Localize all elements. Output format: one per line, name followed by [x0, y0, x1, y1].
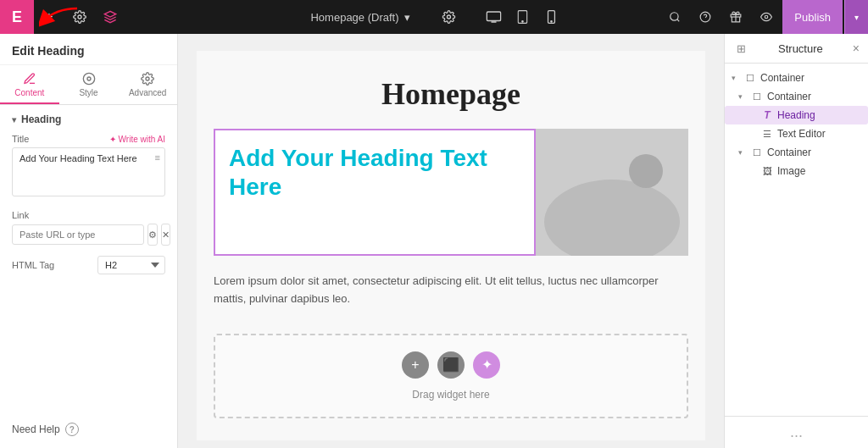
svg-marker-1 [104, 11, 115, 17]
left-panel: Edit Heading Content Style Advanced [0, 34, 178, 448]
settings-button[interactable] [64, 0, 95, 34]
add-folder-button[interactable]: ⬛ [437, 351, 465, 379]
drag-widget-area[interactable]: + ⬛ ✦ Drag widget here [214, 334, 688, 418]
topbar-center: Homepage (Draft) ▾ [303, 0, 564, 34]
tree-item-image[interactable]: 🖼 Image [725, 162, 868, 180]
html-tag-field-row: HTML Tag H2 H1 H3 H4 H5 H6 div span p [0, 252, 177, 281]
svg-point-17 [87, 77, 91, 80]
svg-line-10 [677, 19, 680, 22]
mobile-view-button[interactable] [539, 6, 565, 28]
add-element-button[interactable]: + [34, 0, 64, 34]
page-settings-button[interactable] [434, 0, 465, 34]
publish-button[interactable]: Publish [782, 0, 843, 34]
tree-item-container-2[interactable]: ▾ ☐ Container [725, 143, 868, 162]
publish-dropdown-button[interactable]: ▾ [844, 0, 868, 34]
link-input[interactable] [12, 224, 144, 245]
svg-rect-3 [487, 12, 501, 21]
svg-point-9 [670, 13, 678, 20]
panel-header: Edit Heading [0, 34, 177, 65]
title-label: Title ✦ Write with AI [12, 134, 165, 144]
topbar: E + Homepage [0, 0, 868, 34]
drag-widget-label: Drag widget here [412, 389, 489, 401]
heading-text: Add Your Heading Text Here [229, 144, 520, 201]
link-field-group: Link ⚙ ✕ [0, 207, 177, 252]
help-icon[interactable] [691, 0, 720, 34]
svg-point-6 [522, 21, 523, 22]
tree-item-container-root[interactable]: ▾ ☐ Container [725, 69, 868, 87]
add-widget-button[interactable]: + [402, 351, 429, 379]
structure-panel: ⊞ Structure × ▾ ☐ Container ▾ ☐ Containe… [724, 34, 868, 448]
lorem-text: Lorem ipsum dolor sit amet, consectetur … [197, 273, 705, 325]
heading-block[interactable]: Add Your Heading Text Here [214, 129, 536, 256]
link-settings-button[interactable]: ⚙ [147, 224, 158, 246]
html-tag-label: HTML Tag [12, 260, 54, 270]
image-placeholder [536, 129, 688, 256]
heading-section-title: Heading [0, 105, 177, 130]
link-clear-button[interactable]: ✕ [161, 224, 170, 246]
elementor-logo[interactable]: E [0, 0, 34, 34]
link-input-row: ⚙ ✕ [12, 224, 165, 246]
gift-icon[interactable] [721, 0, 750, 34]
responsive-controls [481, 6, 565, 28]
canvas-page: Homepage Add Your Heading Text Here Lore… [197, 51, 705, 440]
textarea-icon: ≡ [155, 152, 160, 163]
topbar-left: E + [0, 0, 125, 34]
tree-item-container-1[interactable]: ▾ ☐ Container [725, 87, 868, 106]
structure-panel-footer: ... [725, 416, 868, 448]
preview-icon[interactable] [752, 0, 781, 34]
topbar-right: Publish ▾ [660, 0, 868, 34]
structure-add-icon[interactable]: ⊞ [733, 41, 748, 56]
tree-item-text-editor[interactable]: ☰ Text Editor [725, 124, 868, 143]
structure-panel-close-button[interactable]: × [853, 41, 860, 55]
structure-panel-title: Structure [778, 42, 823, 55]
need-help-link[interactable]: Need Help ? [0, 411, 177, 448]
structure-panel-header: ⊞ Structure × [725, 34, 868, 64]
layers-button[interactable] [95, 0, 125, 34]
html-tag-select[interactable]: H2 H1 H3 H4 H5 H6 div span p [97, 256, 165, 274]
help-circle-icon: ? [65, 423, 79, 436]
svg-point-0 [78, 15, 81, 19]
svg-point-16 [83, 73, 94, 84]
page-title: Homepage [197, 51, 705, 129]
svg-point-8 [551, 21, 552, 22]
title-textarea[interactable]: Add Your Heading Text Here [12, 147, 165, 196]
canvas-content-row: Add Your Heading Text Here [197, 129, 705, 273]
page-selector[interactable]: Homepage (Draft) ▾ [303, 8, 416, 27]
svg-point-18 [146, 77, 149, 80]
title-input-wrapper: Add Your Heading Text Here ≡ [12, 147, 165, 200]
panel-tabs: Content Style Advanced [0, 65, 177, 105]
main-area: Edit Heading Content Style Advanced [0, 34, 868, 448]
svg-point-21 [629, 154, 663, 188]
tab-style[interactable]: Style [59, 65, 119, 104]
svg-point-15 [765, 15, 769, 19]
tab-advanced[interactable]: Advanced [118, 65, 177, 104]
tab-content[interactable]: Content [0, 65, 59, 104]
add-template-button[interactable]: ✦ [473, 351, 500, 379]
svg-point-2 [448, 15, 451, 19]
tree-item-heading[interactable]: T Heading [725, 106, 868, 124]
drag-widget-icons: + ⬛ ✦ [402, 351, 500, 379]
link-label: Link [12, 210, 165, 220]
tablet-view-button[interactable] [510, 6, 536, 28]
write-with-ai-button[interactable]: ✦ Write with AI [109, 135, 165, 144]
desktop-view-button[interactable] [481, 6, 507, 28]
structure-header-icons: ⊞ [733, 41, 748, 56]
search-icon[interactable] [660, 0, 689, 34]
canvas-area[interactable]: Homepage Add Your Heading Text Here Lore… [178, 34, 724, 448]
structure-tree: ▾ ☐ Container ▾ ☐ Container T Heading ☰ … [725, 64, 868, 416]
title-field-group: Title ✦ Write with AI Add Your Heading T… [0, 130, 177, 207]
